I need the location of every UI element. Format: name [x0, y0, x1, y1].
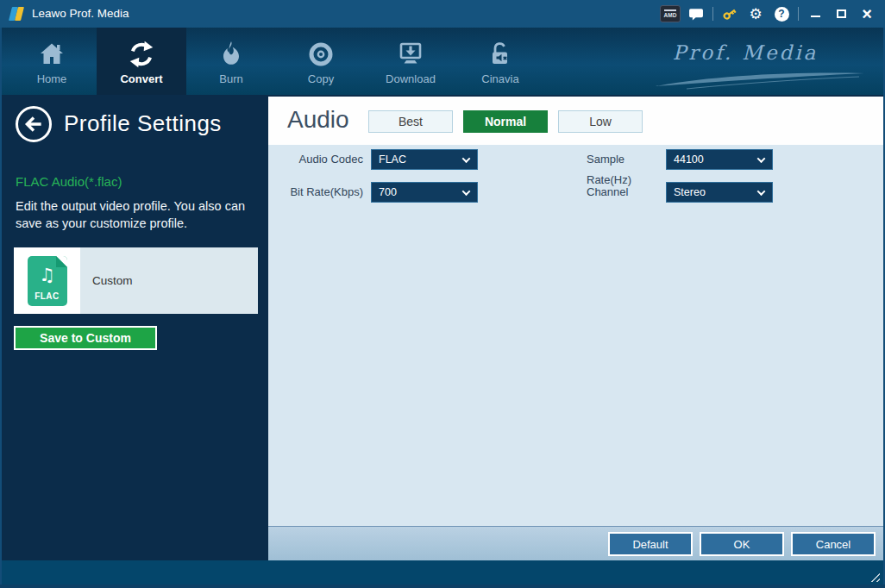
home-icon — [37, 38, 66, 71]
music-note-icon: ♫ — [28, 265, 67, 285]
title-bar: Leawo Prof. Media AMD ⚙ ? × — [0, 0, 885, 28]
app-logo-icon — [9, 6, 26, 22]
close-button[interactable]: × — [854, 0, 880, 28]
window-title: Leawo Prof. Media — [32, 0, 129, 28]
custom-profile-item[interactable]: ♫ FLAC Custom — [14, 247, 258, 314]
tab-label: Convert — [120, 72, 162, 85]
channel-select[interactable]: Stereo — [666, 182, 773, 203]
audio-codec-select[interactable]: FLAC — [371, 149, 478, 170]
quality-low-button[interactable]: Low — [558, 110, 643, 133]
audio-fields: Audio Codec FLAC Sample Rate(Hz) 44100 B… — [268, 145, 883, 528]
panel-title: Profile Settings — [64, 110, 222, 137]
minimize-button[interactable] — [802, 0, 828, 28]
download-icon — [396, 38, 425, 71]
main-nav: Home Convert Burn Copy Download — [2, 28, 883, 95]
tab-label: Download — [386, 72, 436, 85]
chevron-down-icon — [757, 187, 766, 196]
back-button[interactable] — [16, 106, 52, 142]
titlebar-separator — [798, 7, 799, 21]
resize-grip[interactable] — [867, 569, 880, 582]
register-key-icon[interactable] — [717, 0, 743, 28]
convert-icon — [126, 38, 157, 71]
ok-button[interactable]: OK — [700, 532, 784, 556]
copy-disc-icon — [306, 38, 336, 71]
audio-settings-panel: Audio Best Normal Low Audio Codec FLAC S… — [268, 95, 883, 560]
quality-best-button[interactable]: Best — [368, 110, 453, 133]
profile-name: FLAC Audio(*.flac) — [16, 174, 122, 189]
bit-rate-select[interactable]: 700 — [371, 182, 478, 203]
profile-description: Edit the output video profile. You also … — [16, 197, 257, 232]
chevron-down-icon — [462, 187, 471, 196]
default-button[interactable]: Default — [608, 532, 693, 556]
flac-file-icon: ♫ FLAC — [14, 247, 80, 314]
tab-download[interactable]: Download — [366, 28, 455, 95]
app-window: Leawo Prof. Media AMD ⚙ ? × — [0, 0, 885, 588]
window-bottom-border — [0, 585, 885, 588]
tab-burn[interactable]: Burn — [186, 28, 276, 95]
tab-label: Copy — [308, 72, 334, 85]
chevron-down-icon — [462, 154, 471, 163]
tab-label: Cinavia — [481, 72, 518, 85]
settings-gear-icon[interactable]: ⚙ — [743, 0, 769, 28]
tab-copy[interactable]: Copy — [276, 28, 366, 95]
maximize-button[interactable] — [828, 0, 854, 28]
profile-settings-panel: Profile Settings FLAC Audio(*.flac) Edit… — [2, 95, 268, 560]
cancel-button[interactable]: Cancel — [791, 532, 876, 556]
burn-flame-icon — [217, 38, 245, 71]
audio-header: Audio Best Normal Low — [268, 97, 883, 145]
help-icon[interactable]: ? — [769, 0, 794, 28]
amd-badge-icon: AMD — [657, 0, 683, 28]
brand-script-logo: Prof. Media — [642, 41, 849, 64]
tab-convert[interactable]: Convert — [97, 28, 186, 95]
custom-profile-label: Custom — [92, 274, 133, 287]
channel-label: Channel — [587, 182, 664, 203]
tab-label: Burn — [219, 72, 242, 85]
audio-codec-label: Audio Codec — [275, 149, 363, 170]
sample-rate-select[interactable]: 44100 — [666, 149, 773, 170]
tab-label: Home — [37, 72, 67, 85]
chevron-down-icon — [757, 154, 766, 163]
bit-rate-label: Bit Rate(Kbps) — [275, 182, 363, 203]
tab-cinavia[interactable]: Cinavia — [455, 28, 545, 95]
sample-rate-label: Sample Rate(Hz) — [587, 149, 664, 170]
back-arrow-icon — [22, 113, 45, 135]
feedback-chat-icon[interactable] — [683, 0, 709, 28]
cinavia-lock-icon — [486, 38, 515, 71]
brand-swoosh-underline — [652, 67, 868, 90]
titlebar-separator — [712, 7, 713, 21]
tab-home[interactable]: Home — [7, 28, 97, 95]
status-footer — [2, 560, 883, 585]
dialog-button-bar: Default OK Cancel — [268, 526, 883, 560]
quality-normal-button[interactable]: Normal — [463, 110, 548, 133]
audio-heading: Audio — [287, 97, 349, 143]
save-to-custom-button[interactable]: Save to Custom — [14, 326, 157, 350]
